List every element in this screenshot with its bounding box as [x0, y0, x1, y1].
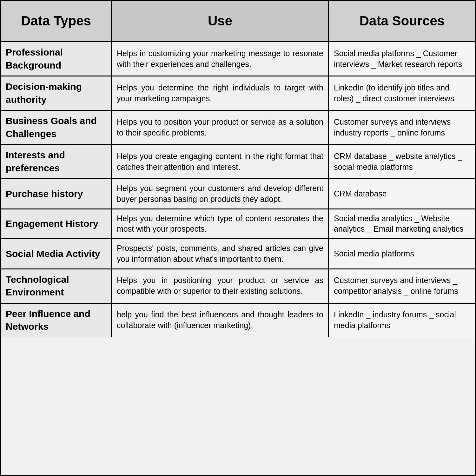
- table-header: Data Types Use Data Sources: [1, 1, 475, 42]
- cell-use: Prospects' posts, comments, and shared a…: [112, 239, 329, 268]
- cell-use: Helps you create engaging content in the…: [112, 145, 329, 178]
- cell-type: Social Media Activity: [1, 239, 112, 268]
- cell-type: Peer Influence and Networks: [1, 304, 112, 337]
- cell-source: Social media platforms _ Customer interv…: [329, 42, 475, 76]
- table-row: Social Media Activity Prospects' posts, …: [1, 239, 475, 269]
- cell-source: CRM database _ website analytics _ socia…: [329, 145, 475, 178]
- cell-use: Helps you determine which type of conten…: [112, 209, 329, 239]
- cell-source: Customer surveys and interviews _ compet…: [329, 269, 475, 303]
- table-row: Purchase history Helps you segment your …: [1, 179, 475, 209]
- cell-use: Helps you to position your product or se…: [112, 111, 329, 144]
- cell-source: LinkedIn (to identify job titles and rol…: [329, 76, 475, 110]
- cell-type: Engagement History: [1, 209, 112, 239]
- cell-type: Business Goals and Challenges: [1, 111, 112, 144]
- table-row: Interests and preferences Helps you crea…: [1, 145, 475, 179]
- header-data-sources: Data Sources: [329, 1, 475, 41]
- cell-use: Helps you segment your customers and dev…: [112, 179, 329, 208]
- cell-use: Helps in customizing your marketing mess…: [112, 42, 329, 76]
- table-row: Engagement History Helps you determine w…: [1, 209, 475, 240]
- header-data-types: Data Types: [1, 1, 112, 41]
- cell-source: Customer surveys and interviews _ indust…: [329, 111, 475, 144]
- table-body: Professional Background Helps in customi…: [1, 42, 475, 337]
- table-row: Professional Background Helps in customi…: [1, 42, 475, 76]
- header-use: Use: [112, 1, 329, 41]
- table-row: Peer Influence and Networks help you fin…: [1, 304, 475, 337]
- cell-type: Interests and preferences: [1, 145, 112, 178]
- cell-source: Social media analytics _ Website analyti…: [329, 209, 475, 239]
- cell-use: Helps you determine the right individual…: [112, 76, 329, 110]
- cell-source: CRM database: [329, 179, 475, 208]
- cell-use: help you find the best influencers and t…: [112, 304, 329, 337]
- table-row: Decision-making authority Helps you dete…: [1, 76, 475, 111]
- cell-source: Social media platforms: [329, 239, 475, 268]
- main-table: Data Types Use Data Sources Professional…: [0, 0, 476, 476]
- table-row: Business Goals and Challenges Helps you …: [1, 111, 475, 145]
- table-row: Technological Environment Helps you in p…: [1, 269, 475, 304]
- cell-type: Professional Background: [1, 42, 112, 76]
- cell-type: Decision-making authority: [1, 76, 112, 110]
- cell-use: Helps you in positioning your product or…: [112, 269, 329, 303]
- cell-type: Purchase history: [1, 179, 112, 208]
- cell-source: LinkedIn _ industry forums _ social medi…: [329, 304, 475, 337]
- cell-type: Technological Environment: [1, 269, 112, 303]
